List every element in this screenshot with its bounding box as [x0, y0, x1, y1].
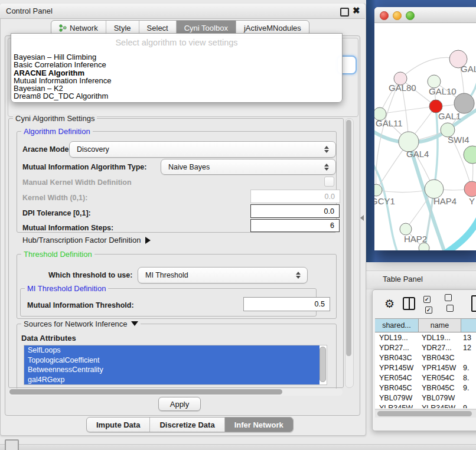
- list-scrollbar-thumb[interactable]: [319, 347, 326, 382]
- close-icon[interactable]: ✖: [353, 5, 360, 16]
- column-header-shared-name[interactable]: shared...: [375, 319, 419, 332]
- close-traffic-light-icon[interactable]: [380, 11, 389, 20]
- table-cell: YBR043C: [419, 354, 461, 362]
- algorithm-option[interactable]: Mutual Information Inference: [14, 77, 340, 84]
- settings-vscroll-thumb[interactable]: [346, 120, 351, 356]
- attribute-item-selected[interactable]: BetweennessCentrality: [24, 365, 319, 375]
- network-node[interactable]: [464, 146, 476, 164]
- table-cell: 8.: [461, 374, 476, 382]
- tab-infer-network[interactable]: Infer Network: [225, 418, 293, 432]
- table-cell: YBL079W: [419, 394, 461, 402]
- mi-algorithm-type-select[interactable]: Naive Bayes: [161, 159, 336, 175]
- sources-legend-label: Sources for Network Inference: [24, 319, 128, 328]
- minimize-traffic-light-icon[interactable]: [393, 11, 402, 20]
- apply-button[interactable]: Apply: [158, 397, 201, 411]
- tab-discretize-data[interactable]: Discretize Data: [150, 418, 224, 432]
- table-cell: YDL19...: [419, 334, 461, 342]
- table-cell: 9.: [461, 364, 476, 372]
- floating-panel-icon[interactable]: [5, 439, 19, 450]
- control-panel-title: Control Panel: [6, 6, 53, 15]
- table-cell: YER054C: [375, 374, 419, 382]
- network-node-gcy1[interactable]: [374, 184, 382, 196]
- mi-steps-input[interactable]: 6: [250, 219, 340, 232]
- algorithm-option[interactable]: ARACNE Algorithm: [14, 69, 340, 77]
- table-horizontal-scrollbar[interactable]: [375, 409, 476, 418]
- settings-vertical-scrollbar[interactable]: [345, 118, 354, 388]
- attribute-item-selected[interactable]: gal4RGexp: [24, 375, 319, 385]
- split-pane-collapse-icon[interactable]: [360, 215, 364, 221]
- table-row[interactable]: YBL079WYBL079W: [375, 393, 476, 403]
- float-panel-icon[interactable]: [340, 8, 349, 17]
- dpi-tolerance-input[interactable]: 0.0: [250, 204, 340, 218]
- table-cell: 12: [461, 344, 476, 352]
- algorithm-option[interactable]: Basic Correlation Inference: [14, 61, 340, 69]
- collapse-arrow-icon[interactable]: [131, 321, 138, 326]
- tab-style-label: Style: [114, 24, 131, 32]
- table-panel-title: Table Panel: [383, 275, 423, 283]
- zoom-traffic-light-icon[interactable]: [406, 11, 415, 20]
- network-node-y[interactable]: [464, 181, 476, 197]
- settings-horizontal-scrollbar[interactable]: [8, 389, 343, 396]
- network-window-titlebar[interactable]: [374, 7, 476, 23]
- table-cell: YPR145W: [419, 364, 461, 372]
- tab-select-label: Select: [147, 24, 168, 32]
- hub-definition-label: Hub/Transcription Factor Definition: [22, 236, 141, 244]
- gear-icon[interactable]: ⚙: [384, 298, 395, 309]
- network-node-label: GAL4: [406, 149, 429, 159]
- attribute-item-selected[interactable]: SelfLoops: [24, 345, 319, 356]
- table-row[interactable]: YER054CYER054C8.: [375, 373, 476, 383]
- select-all-checkboxes-icon[interactable]: ✓✓: [423, 293, 437, 314]
- attribute-table: shared... name YDL19...YDL19...13YDR27..…: [375, 318, 476, 408]
- hub-definition-expander[interactable]: Hub/Transcription Factor Definition: [22, 236, 151, 244]
- network-node[interactable]: [419, 243, 429, 250]
- sources-legend[interactable]: Sources for Network Inference: [21, 319, 141, 328]
- which-threshold-value: MI Threshold: [138, 271, 293, 279]
- table-cell: 9.: [461, 384, 476, 392]
- network-node-label: GAL1: [438, 111, 461, 121]
- table-cell: YBR045C: [419, 384, 461, 392]
- data-attributes-list: SelfLoopsTopologicalCoefficientBetweenne…: [24, 345, 327, 384]
- network-node-hap2[interactable]: [400, 223, 412, 235]
- deselect-all-checkboxes-icon[interactable]: [445, 293, 458, 314]
- dpi-tolerance-label: DPI Tolerance [0,1]:: [22, 209, 91, 217]
- table-scrollbar-thumb[interactable]: [377, 411, 472, 416]
- columns-icon[interactable]: [403, 297, 415, 310]
- network-node-label: GAL11: [376, 118, 403, 128]
- table-row[interactable]: YBR043CYBR043C: [375, 353, 476, 363]
- algorithm-option[interactable]: Bayesian – Hill Climbing: [14, 53, 340, 61]
- table-row[interactable]: YDR27...YDR27...12: [375, 343, 476, 353]
- tab-impute-data[interactable]: Impute Data: [87, 418, 150, 432]
- manual-kernel-width-label: Manual Kernel Width Definition: [22, 178, 132, 187]
- network-node[interactable]: [454, 93, 474, 113]
- tab-jactivemnodules-label: jActiveMNodules: [244, 24, 301, 32]
- algorithm-option[interactable]: Bayesian – K2: [14, 84, 340, 92]
- settings-hscroll-thumb[interactable]: [9, 389, 282, 394]
- network-tab-icon: [59, 24, 67, 32]
- network-canvas[interactable]: GALGAL80GAL10GAL1GAL11SWI4GAL4GCY1HAP4YH…: [374, 22, 476, 250]
- table-row[interactable]: YPR145WYPR145W9.: [375, 363, 476, 373]
- data-attributes-listbox[interactable]: SelfLoopsTopologicalCoefficientBetweenne…: [24, 345, 327, 385]
- table-cell: YLR345W: [375, 404, 419, 409]
- column-header-name[interactable]: name: [419, 319, 461, 332]
- document-icon[interactable]: [471, 295, 476, 312]
- column-header-cut[interactable]: [461, 319, 476, 332]
- control-panel-titlebar[interactable]: [0, 4, 365, 19]
- which-threshold-select[interactable]: MI Threshold: [138, 267, 308, 283]
- attribute-item-selected[interactable]: TopologicalCoefficient: [24, 356, 319, 366]
- algorithm-option[interactable]: Dream8 DC_TDC Algorithm: [14, 92, 340, 100]
- manual-kernel-width-checkbox[interactable]: [324, 177, 334, 187]
- table-row[interactable]: YBR045CYBR045C9.: [375, 383, 476, 393]
- aracne-mode-select[interactable]: Discovery: [69, 141, 336, 158]
- mi-threshold-input[interactable]: 0.5: [243, 297, 330, 311]
- network-node-label: SWI4: [448, 135, 470, 145]
- stepper-arrows-icon: [321, 146, 335, 153]
- table-cell: 13: [461, 334, 476, 342]
- expand-arrow-icon[interactable]: [145, 237, 151, 244]
- table-row[interactable]: YLR345WYLR345W9.: [375, 403, 476, 408]
- mi-steps-value: 6: [330, 221, 334, 230]
- kernel-width-value: 0.0: [325, 193, 335, 201]
- table-body: YDL19...YDL19...13YDR27...YDR27...12YBR0…: [375, 332, 476, 408]
- table-row[interactable]: YDL19...YDL19...13: [375, 332, 476, 343]
- mi-threshold-definition-legend: MI Threshold Definition: [25, 284, 108, 293]
- algorithm-definition-legend: Algorithm Definition: [21, 127, 93, 136]
